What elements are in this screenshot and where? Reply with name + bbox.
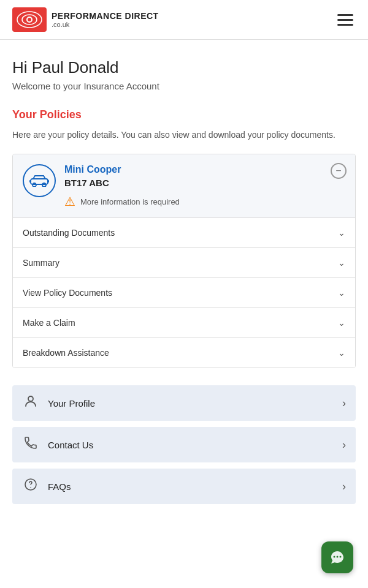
warning-icon: ⚠ (64, 194, 75, 209)
nav-your-profile[interactable]: Your Profile › (12, 385, 356, 421)
accordion-breakdown-assistance[interactable]: Breakdown Assistance ⌄ (13, 337, 355, 368)
chevron-down-icon: ⌄ (338, 228, 345, 238)
policy-car-name: Mini Cooper (64, 164, 345, 175)
svg-point-11 (30, 487, 31, 488)
policy-warning: ⚠ More information is required (64, 194, 345, 209)
chevron-right-icon: › (342, 439, 346, 451)
svg-point-12 (334, 556, 335, 558)
accordion-outstanding-documents[interactable]: Outstanding Documents ⌄ (13, 217, 355, 247)
policies-description: Here are your policy details. You can al… (12, 129, 356, 141)
accordion-label-breakdown: Breakdown Assistance (23, 348, 109, 358)
policy-header: Mini Cooper BT17 ABC ⚠ More information … (13, 154, 355, 217)
nav-items: Your Profile › Contact Us › (12, 385, 356, 504)
logo-brand: PERFORMANCE DIRECT (52, 11, 159, 21)
logo-text: PERFORMANCE DIRECT .co.uk (52, 11, 159, 28)
nav-item-left: Your Profile (22, 394, 95, 412)
greeting-title: Hi Paul Donald (12, 58, 356, 77)
svg-rect-8 (47, 180, 49, 183)
policy-info: Mini Cooper BT17 ABC ⚠ More information … (64, 164, 345, 209)
chevron-right-icon: › (342, 480, 346, 493)
policy-collapse-button[interactable]: − (331, 163, 347, 179)
svg-rect-7 (29, 180, 31, 183)
warning-text: More information is required (80, 197, 180, 206)
logo-icon (12, 7, 47, 32)
accordion-make-a-claim[interactable]: Make a Claim ⌄ (13, 307, 355, 337)
policy-registration: BT17 ABC (64, 178, 345, 188)
chevron-right-icon: › (342, 397, 346, 410)
greeting-subtitle: Welcome to your Insurance Account (12, 81, 356, 91)
person-icon (22, 394, 39, 412)
svg-point-6 (42, 183, 46, 187)
policies-heading: Your Policies (12, 108, 356, 121)
chevron-down-icon: ⌄ (338, 288, 345, 298)
accordion-label-make-claim: Make a Claim (23, 318, 75, 328)
car-icon-circle (23, 164, 56, 197)
accordion-label-outstanding: Outstanding Documents (23, 228, 115, 238)
chevron-down-icon: ⌄ (338, 258, 345, 268)
accordion-view-policy-documents[interactable]: View Policy Documents ⌄ (13, 277, 355, 307)
accordion-label-summary: Summary (23, 258, 59, 268)
logo: PERFORMANCE DIRECT .co.uk (12, 7, 159, 32)
policy-card: Mini Cooper BT17 ABC ⚠ More information … (12, 154, 356, 368)
svg-point-14 (340, 556, 342, 558)
menu-button[interactable] (335, 12, 356, 28)
nav-contact-us[interactable]: Contact Us › (12, 427, 356, 462)
main-content: Hi Paul Donald Welcome to your Insurance… (0, 40, 368, 529)
menu-bar-1 (337, 14, 353, 16)
svg-point-3 (28, 18, 31, 21)
nav-item-left: Contact Us (22, 435, 93, 454)
accordion-summary[interactable]: Summary ⌄ (13, 247, 355, 277)
nav-your-profile-label: Your Profile (48, 398, 95, 409)
svg-point-5 (33, 183, 36, 187)
accordion-label-view-docs: View Policy Documents (23, 288, 112, 298)
nav-item-left: FAQs (22, 477, 71, 496)
nav-contact-us-label: Contact Us (48, 440, 93, 450)
chevron-down-icon: ⌄ (338, 348, 345, 358)
nav-faqs-label: FAQs (48, 481, 71, 492)
header: PERFORMANCE DIRECT .co.uk (0, 0, 368, 40)
svg-point-9 (28, 396, 33, 401)
logo-domain: .co.uk (52, 21, 159, 28)
chat-fab-button[interactable] (321, 541, 353, 573)
phone-icon (22, 435, 39, 454)
nav-faqs[interactable]: FAQs › (12, 469, 356, 504)
svg-point-13 (337, 556, 339, 558)
menu-bar-3 (337, 24, 353, 26)
chevron-down-icon: ⌄ (338, 318, 345, 328)
question-icon (22, 477, 39, 496)
menu-bar-2 (337, 19, 353, 21)
